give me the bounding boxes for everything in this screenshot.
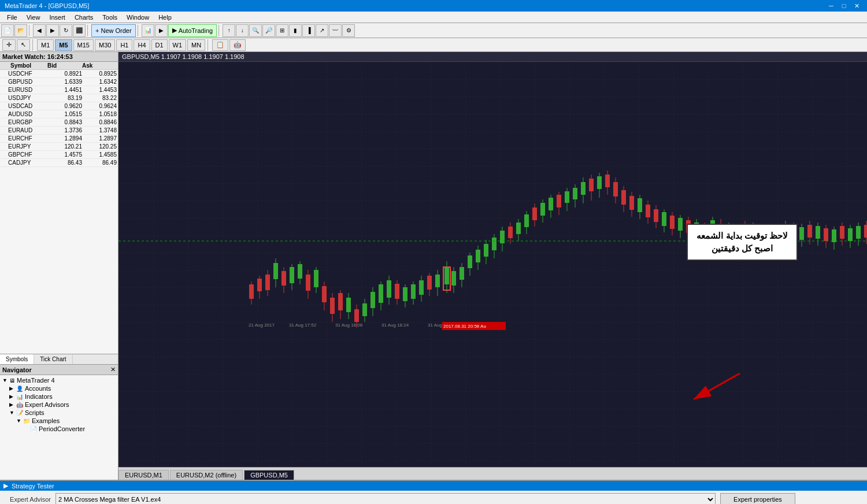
tb-indicators[interactable]: 〰	[329, 24, 342, 37]
tree-accounts[interactable]: ▶ 👤 Accounts	[8, 384, 117, 392]
svg-rect-75	[524, 214, 529, 227]
menu-charts[interactable]: Charts	[70, 12, 98, 23]
menu-view[interactable]: View	[22, 12, 45, 23]
svg-rect-46	[411, 284, 416, 299]
tb-chart-bar[interactable]: 📊	[142, 24, 154, 37]
expand-indicators: ▶	[9, 394, 15, 399]
market-watch-row[interactable]: USDJPY 83.19 83.22	[0, 94, 118, 102]
svg-rect-67	[492, 238, 497, 250]
tb-zoom-in[interactable]: 🔍	[249, 24, 262, 37]
navigator-close[interactable]: ✕	[110, 366, 116, 373]
market-watch-row[interactable]: EURUSD 1.4451 1.4453	[0, 86, 118, 94]
menu-insert[interactable]: Insert	[45, 12, 70, 23]
mw-symbol-cell: USDCHF	[8, 71, 47, 77]
tree-root[interactable]: ▼ 🖥 MetaTrader 4	[1, 376, 117, 384]
tree-examples[interactable]: ▼ 📁 Examples	[15, 417, 117, 425]
market-watch-row[interactable]: GBPUSD 1.6339 1.6342	[0, 78, 118, 86]
tb-zoom-out[interactable]: 🔎	[262, 24, 275, 37]
market-watch-row[interactable]: EURJPY 120.21 120.25	[0, 143, 118, 151]
expert-properties-button[interactable]: Expert properties	[720, 493, 795, 504]
timeframe-m30[interactable]: M30	[95, 39, 115, 51]
menu-window[interactable]: Window	[122, 12, 154, 23]
svg-rect-63	[476, 250, 480, 262]
market-watch-columns: Symbol Bid Ask	[0, 62, 118, 70]
expand-scripts: ▼	[9, 410, 15, 416]
menu-tools[interactable]: Tools	[98, 12, 122, 23]
tab-symbols[interactable]: Symbols	[0, 354, 34, 364]
svg-rect-93	[597, 176, 602, 189]
timeframe-w1[interactable]: W1	[169, 39, 187, 51]
tb-arrow[interactable]: ↖	[17, 39, 30, 51]
svg-rect-52	[435, 275, 440, 287]
tb-open[interactable]: 📂	[14, 24, 27, 37]
tb-autotrading-icon[interactable]: ▶	[155, 24, 168, 37]
market-watch-row[interactable]: AUDUSD 1.0515 1.0518	[0, 110, 118, 118]
mw-bid-cell: 0.8843	[47, 119, 82, 125]
mw-bid-cell: 1.4451	[47, 87, 82, 93]
menu-help[interactable]: Help	[154, 12, 176, 23]
strategy-tester: ▶ Strategy Tester Expert Advisor 2 MA Cr…	[0, 480, 867, 504]
svg-text:21 Aug 2017: 21 Aug 2017	[249, 323, 275, 328]
chart-tab-eurusd-m1[interactable]: EURUSD,M1	[118, 470, 169, 480]
navigator: Navigator ✕ ▼ 🖥 MetaTrader 4 ▶ 👤 Account…	[0, 364, 118, 480]
market-watch-row[interactable]: EURCHF 1.2894 1.2897	[0, 135, 118, 143]
chart-tab-gbpusd-m5[interactable]: GBPUSD,M5	[244, 470, 294, 480]
navigator-header: Navigator ✕	[0, 365, 118, 375]
timeframe-m15[interactable]: M15	[73, 39, 94, 51]
market-watch-row[interactable]: CADJPY 86.43 86.49	[0, 159, 118, 167]
market-watch-row[interactable]: USDCHF 0.8921 0.8925	[0, 70, 118, 78]
tb-expert[interactable]: 🤖	[229, 39, 246, 51]
svg-rect-36	[370, 292, 375, 308]
ea-select[interactable]: 2 MA Crosses Mega filter EA V1.ex4	[55, 493, 716, 504]
svg-rect-109	[662, 212, 666, 226]
st-content: Expert Advisor 2 MA Crosses Mega filter …	[0, 491, 867, 504]
market-watch-row[interactable]: EURGBP 0.8843 0.8846	[0, 118, 118, 127]
chart-tab-eurusd-m2[interactable]: EURUSD,M2 (offline)	[170, 470, 243, 480]
tb-bars[interactable]: ▐	[302, 24, 315, 37]
close-button[interactable]: ✕	[851, 1, 862, 10]
title-text: MetaTrader 4 - [GBPUSD,M5]	[5, 2, 89, 9]
svg-rect-89	[581, 182, 586, 195]
timeframe-m1[interactable]: M1	[37, 39, 54, 51]
timeframe-h4[interactable]: H4	[134, 39, 150, 51]
menu-file[interactable]: File	[2, 12, 22, 23]
mw-symbol-cell: EURAUD	[8, 127, 47, 134]
timeframe-m5[interactable]: M5	[55, 39, 72, 51]
market-watch-row[interactable]: EURAUD 1.3736 1.3748	[0, 127, 118, 135]
tree-period-converter[interactable]: 📄 PeriodConverter	[22, 425, 117, 433]
tree-expert-advisors[interactable]: ▶ 🤖 Expert Advisors	[8, 401, 117, 409]
tb-grid[interactable]: ⊞	[276, 24, 288, 37]
autotrading-icon: ▶	[172, 27, 177, 34]
svg-rect-30	[346, 298, 351, 312]
tb-template[interactable]: 📋	[212, 39, 228, 51]
autotrading-button[interactable]: ▶ AutoTrading	[168, 24, 217, 37]
market-watch-row[interactable]: GBPCHF 1.4575 1.4585	[0, 151, 118, 159]
tree-scripts[interactable]: ▼ 📝 Scripts	[8, 409, 117, 417]
market-watch-row[interactable]: USDCAD 0.9620 0.9624	[0, 102, 118, 110]
tree-indicators[interactable]: ▶ 📊 Indicators	[8, 392, 117, 401]
svg-rect-20	[306, 275, 310, 291]
timeframe-h1[interactable]: H1	[116, 39, 132, 51]
tb-stop[interactable]: ⬛	[73, 24, 86, 37]
tb-line[interactable]: ↗	[316, 24, 328, 37]
tb-new-file[interactable]: 📄	[1, 24, 14, 37]
tb-candles[interactable]: ▮	[289, 24, 302, 37]
minimize-button[interactable]: ─	[825, 1, 837, 10]
tb-up[interactable]: ↑	[223, 24, 235, 37]
chart-canvas[interactable]: 1.1930 1.1925 1.1920 1.1915 1.1910 1.190…	[118, 62, 867, 467]
svg-text:31 Aug 18:24: 31 Aug 18:24	[381, 323, 409, 328]
svg-text:31 Aug 18:08: 31 Aug 18:08	[335, 323, 363, 328]
maximize-button[interactable]: □	[838, 1, 850, 10]
tb-back[interactable]: ◀	[33, 24, 46, 37]
timeframe-mn[interactable]: MN	[187, 39, 205, 51]
tab-tick-chart[interactable]: Tick Chart	[34, 354, 72, 364]
svg-rect-143	[799, 227, 804, 240]
tb-forward[interactable]: ▶	[46, 24, 59, 37]
tb-settings2[interactable]: ⚙	[342, 24, 355, 37]
red-arrow	[682, 370, 751, 406]
tb-refresh[interactable]: ↻	[60, 24, 72, 37]
tb-crosshair[interactable]: ✛	[2, 39, 16, 51]
timeframe-d1[interactable]: D1	[151, 39, 168, 51]
tb-down[interactable]: ↓	[236, 24, 249, 37]
new-order-button[interactable]: + New Order	[91, 24, 136, 37]
